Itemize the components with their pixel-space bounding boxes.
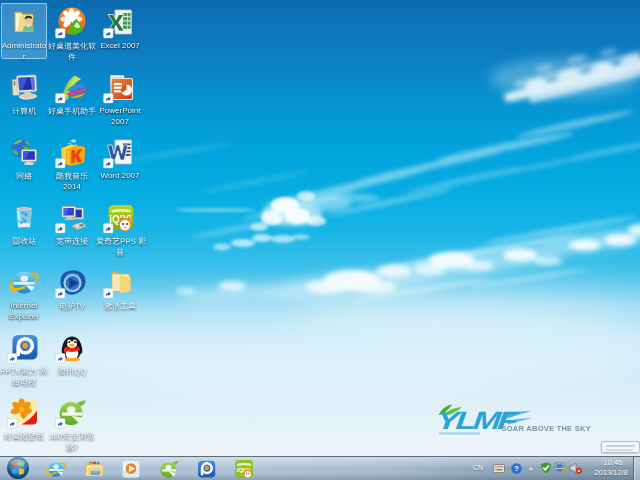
svg-text:SOAR ABOVE THE SKY: SOAR ABOVE THE SKY: [502, 424, 591, 433]
svg-text:?: ?: [514, 464, 519, 473]
